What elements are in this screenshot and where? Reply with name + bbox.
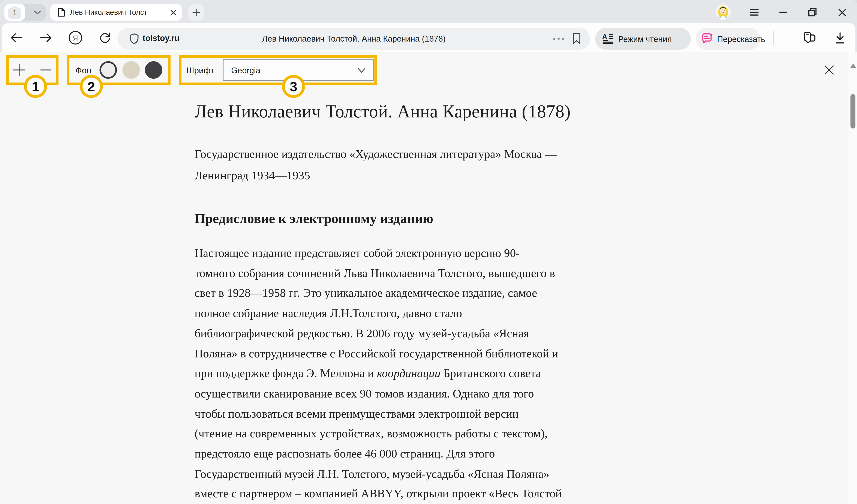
vertical-scrollbar[interactable]	[848, 52, 857, 504]
browser-menu-button[interactable]	[745, 0, 763, 24]
address-bar[interactable]: tolstoy.ru Лев Николаевич Толстой. Анна …	[117, 28, 590, 50]
retell-label: Пересказать	[717, 34, 765, 43]
restore-icon	[808, 8, 816, 16]
article-paragraph: Настоящее издание представляет собой эле…	[195, 243, 562, 504]
callout-1: 1	[24, 75, 47, 98]
shield-icon[interactable]	[130, 33, 139, 44]
restore-window-button[interactable]	[803, 0, 821, 24]
profile-avatar[interactable]	[716, 4, 730, 19]
close-icon	[838, 9, 846, 16]
downloads-button[interactable]	[833, 31, 847, 45]
forward-button[interactable]	[39, 31, 53, 45]
retell-sparkle-icon	[701, 32, 714, 46]
site-domain[interactable]: tolstoy.ru	[143, 33, 180, 43]
page-title: Лев Николаевич Толстой. Анна Каренина (1…	[194, 34, 514, 43]
tab-counter-badge: 1	[8, 6, 21, 19]
annotation-box-font	[179, 55, 377, 85]
callout-2-number: 2	[87, 79, 95, 94]
reload-icon	[99, 32, 111, 44]
hamburger-icon	[750, 9, 759, 16]
active-tab[interactable]: Лев Николаевич Толст	[50, 4, 182, 21]
reading-mode-button[interactable]: А Режим чтения	[595, 28, 691, 50]
new-tab-button[interactable]	[188, 4, 205, 21]
chevron-down-icon	[34, 10, 41, 14]
tab-counter-value: 1	[13, 8, 17, 17]
callout-3-number: 3	[290, 79, 297, 94]
svg-text:Я: Я	[73, 34, 78, 42]
toolbar-divider	[773, 31, 774, 45]
callout-2: 2	[80, 75, 103, 98]
side-panel-button[interactable]	[802, 31, 817, 45]
reading-toolbar-divider	[0, 97, 848, 98]
article-section-heading: Предисловие к электронному изданию	[195, 211, 433, 226]
plus-icon	[192, 9, 200, 16]
tab-title: Лев Николаевич Толст	[70, 8, 170, 16]
page-favicon-icon	[57, 8, 65, 17]
reading-mode-icon: А	[602, 33, 614, 44]
scroll-up-arrow-icon[interactable]	[850, 64, 857, 68]
yandex-button[interactable]: Я	[68, 31, 83, 45]
download-icon	[835, 32, 845, 44]
browser-window: 1 Лев Николаевич Толст	[0, 0, 857, 504]
more-actions-icon[interactable]	[553, 38, 564, 40]
article-title: Лев Николаевич Толстой. Анна Каренина (1…	[195, 102, 571, 122]
retell-button[interactable]: Пересказать	[696, 28, 760, 50]
article-subtitle: Государственное издательство «Художестве…	[195, 144, 557, 186]
minimize-icon	[779, 12, 787, 13]
bookmark-icon[interactable]	[572, 33, 581, 44]
tab-close-icon[interactable]	[170, 9, 177, 16]
tab-bar: 1 Лев Николаевич Толст	[0, 0, 857, 24]
tab-counter-button[interactable]: 1	[4, 4, 25, 21]
callout-3: 3	[282, 75, 305, 98]
yandex-logo-icon: Я	[68, 31, 83, 45]
svg-text:А: А	[602, 33, 607, 40]
minimize-button[interactable]	[774, 0, 792, 24]
close-reading-mode-button[interactable]	[824, 65, 834, 75]
back-button[interactable]	[9, 31, 23, 45]
navigation-toolbar: Я tolstoy.ru Лев Николаевич Толстой. Анн…	[2, 23, 856, 52]
callout-1-number: 1	[32, 79, 39, 94]
scrollbar-thumb[interactable]	[850, 94, 855, 129]
close-window-button[interactable]	[833, 0, 852, 24]
reading-mode-label: Режим чтения	[618, 34, 672, 43]
reload-button[interactable]	[98, 31, 112, 45]
collections-icon	[803, 31, 816, 44]
